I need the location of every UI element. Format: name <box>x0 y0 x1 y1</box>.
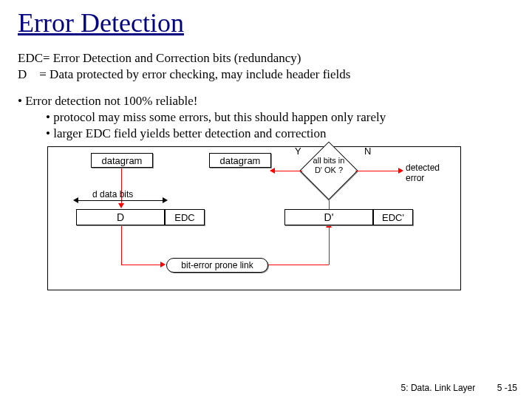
footer: 5: Data. Link Layer 5 -15 <box>401 383 517 393</box>
arrowhead-down-left <box>118 203 124 208</box>
detected-error: detected error <box>406 163 450 183</box>
arrow-h-from-link <box>268 265 329 265</box>
arrow-up-to-dp <box>329 226 330 265</box>
n-label: N <box>364 146 371 157</box>
dp-box: D' <box>284 209 373 225</box>
diagram: datagram D EDC d data bits bit-error pro… <box>47 146 461 290</box>
arrowhead-y <box>270 168 275 174</box>
def-edc: EDC= Error Detection and Correction bits… <box>18 50 514 66</box>
arrow-n <box>355 171 400 171</box>
footer-chapter: 5: Data. Link Layer <box>401 383 476 393</box>
edc-box: EDC <box>165 209 205 225</box>
d-box: D <box>76 209 165 225</box>
arrowhead-n <box>398 168 403 174</box>
arrow-h-to-link <box>121 265 162 265</box>
link-box: bit-error prone link <box>166 258 268 273</box>
arrow-down-to-link <box>121 226 122 265</box>
arrowhead-to-link <box>160 262 166 267</box>
dbits-arrow-r <box>163 197 168 203</box>
arrow-y <box>273 171 302 171</box>
decision-text: all bits in D' OK ? <box>310 156 348 174</box>
edcp-box: EDC' <box>373 209 413 225</box>
bullet-1b: • larger EDC field yields better detecti… <box>46 126 514 142</box>
bullet-1: • Error detection not 100% reliable! <box>18 93 514 109</box>
y-label: Y <box>295 146 301 157</box>
footer-page: 5 -15 <box>497 383 517 393</box>
def-d: D = Data protected by error checking, ma… <box>18 66 514 83</box>
dbits-arrow-l <box>73 197 78 203</box>
datagram-left: datagram <box>91 153 153 168</box>
slide-title: Error Detection <box>18 7 514 38</box>
dbits-line <box>76 200 165 201</box>
definitions: EDC= Error Detection and Correction bits… <box>18 50 514 83</box>
bullet-1a: • protocol may miss some errors, but thi… <box>46 109 514 126</box>
datagram-right: datagram <box>209 153 271 168</box>
dbits-label: d data bits <box>92 189 133 200</box>
